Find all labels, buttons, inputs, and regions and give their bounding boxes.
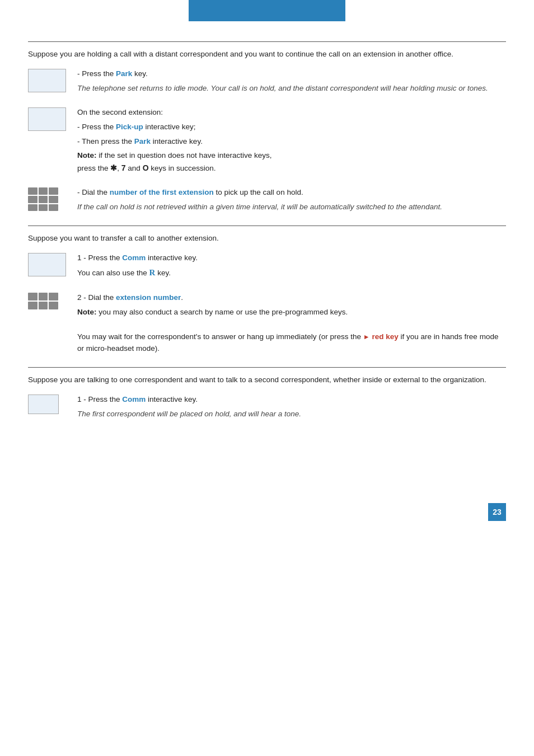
instruction-text-1-2: On the second extension: - Press the Pic…: [77, 106, 506, 176]
instruction-text-1-1: - Press the Park key. The telephone set …: [77, 68, 506, 96]
instruction-text-2-3: You may wait for the correspondent's to …: [77, 331, 506, 357]
instruction-row-2-1: 1 - Press the Comm interactive key. You …: [28, 252, 506, 282]
phone-icon-box-3: [28, 253, 67, 276]
keypad-icon-2: [28, 293, 58, 309]
section-2-intro: Suppose you want to transfer a call to a…: [28, 233, 506, 244]
page-number: 23: [493, 508, 502, 516]
phone-icon-box-1: [28, 69, 67, 92]
park-key-label-2: Park: [134, 137, 151, 145]
keypad-icon-box-2: [28, 293, 67, 309]
instruction-text-3-1: 1 - Press the Comm interactive key. The …: [77, 393, 506, 422]
phone-icon-4: [28, 395, 59, 414]
instruction-text-1-3: - Dial the number of the first extension…: [77, 186, 506, 215]
instruction-text-2-1: 1 - Press the Comm interactive key. You …: [77, 252, 506, 282]
instruction-row-2-2: 2 - Dial the extension number. Note: you…: [28, 292, 506, 320]
pickup-key-label: Pick-up: [116, 123, 143, 131]
comm-key-label-1: Comm: [122, 253, 146, 262]
header-bar: [189, 0, 345, 21]
park-key-label: Park: [116, 69, 132, 78]
instruction-text-2-2: 2 - Dial the extension number. Note: you…: [77, 292, 506, 320]
extension-number-label: extension number: [116, 293, 181, 302]
section-3-intro: Suppose you are talking to one correspon…: [28, 374, 506, 386]
page-content: Suppose you are holding a call with a di…: [0, 21, 534, 454]
keypad-icon-1: [28, 187, 58, 211]
phone-icon-box-4: [28, 395, 67, 414]
section-divider-3: [28, 367, 506, 368]
section-1-intro: Suppose you are holding a call with a di…: [28, 49, 506, 60]
section-divider-1: [28, 41, 506, 42]
instruction-row-1-2: On the second extension: - Press the Pic…: [28, 106, 506, 176]
instruction-row-2-3: You may wait for the correspondent's to …: [28, 331, 506, 357]
phone-icon-2: [28, 107, 66, 131]
phone-icon-box-2: [28, 107, 67, 131]
phone-icon-1: [28, 69, 66, 92]
instruction-row-1-1: - Press the Park key. The telephone set …: [28, 68, 506, 96]
comm-key-label-2: Comm: [122, 395, 146, 403]
first-extension-label: number of the first extension: [110, 188, 214, 196]
section-divider-2: [28, 226, 506, 226]
page-number-badge: 23: [488, 503, 506, 521]
instruction-row-3-1: 1 - Press the Comm interactive key. The …: [28, 393, 506, 422]
keypad-icon-box-1: [28, 187, 67, 211]
instruction-row-1-3: - Dial the number of the first extension…: [28, 186, 506, 215]
red-key-label: red key: [372, 332, 399, 341]
r-key-label: R: [149, 268, 156, 277]
phone-icon-3: [28, 253, 66, 276]
